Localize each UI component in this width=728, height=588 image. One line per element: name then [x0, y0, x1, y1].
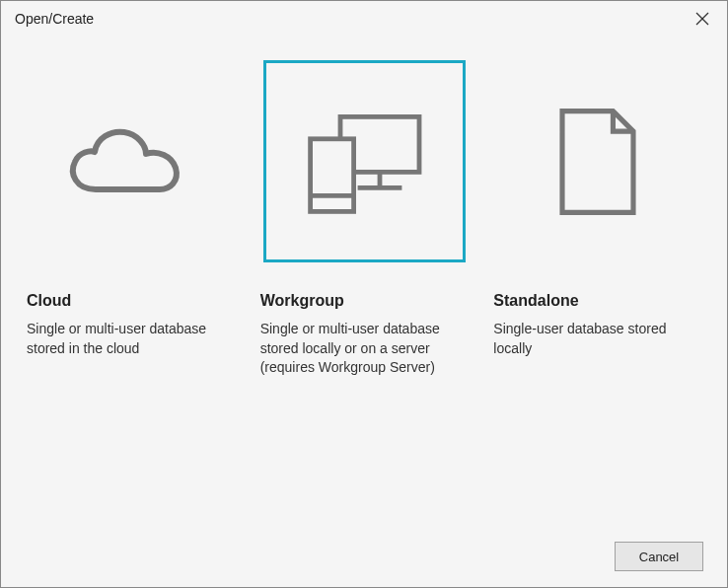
- option-standalone-tile[interactable]: [496, 60, 698, 262]
- cloud-icon: [61, 103, 199, 221]
- option-workgroup-title: Workgroup: [260, 292, 469, 310]
- close-icon: [695, 12, 709, 26]
- option-standalone: Standalone Single-user database stored l…: [485, 60, 709, 378]
- option-standalone-desc: Single-user database stored locally: [493, 320, 691, 358]
- dialog-footer: Cancel: [615, 542, 703, 571]
- titlebar: Open/Create: [1, 1, 727, 37]
- close-button[interactable]: [688, 4, 717, 34]
- option-cloud-text: Cloud Single or multi-user database stor…: [19, 262, 243, 358]
- document-icon: [529, 103, 667, 221]
- option-cloud-tile[interactable]: [30, 60, 232, 262]
- option-workgroup: Workgroup Single or multi-user database …: [253, 60, 476, 378]
- option-cloud: Cloud Single or multi-user database stor…: [19, 60, 243, 378]
- dialog-title: Open/Create: [15, 11, 94, 27]
- open-create-dialog: Open/Create Cloud Single or multi-user d…: [0, 0, 728, 588]
- option-standalone-text: Standalone Single-user database stored l…: [485, 262, 709, 358]
- option-workgroup-tile[interactable]: [263, 60, 466, 262]
- option-workgroup-desc: Single or multi-user database stored loc…: [260, 320, 458, 378]
- svg-rect-5: [311, 138, 354, 211]
- option-workgroup-text: Workgroup Single or multi-user database …: [253, 262, 476, 378]
- option-standalone-title: Standalone: [493, 292, 701, 310]
- workgroup-icon: [295, 103, 433, 221]
- cancel-button[interactable]: Cancel: [615, 542, 703, 571]
- option-cloud-title: Cloud: [27, 292, 235, 310]
- options-row: Cloud Single or multi-user database stor…: [1, 37, 727, 378]
- option-cloud-desc: Single or multi-user database stored in …: [27, 320, 224, 358]
